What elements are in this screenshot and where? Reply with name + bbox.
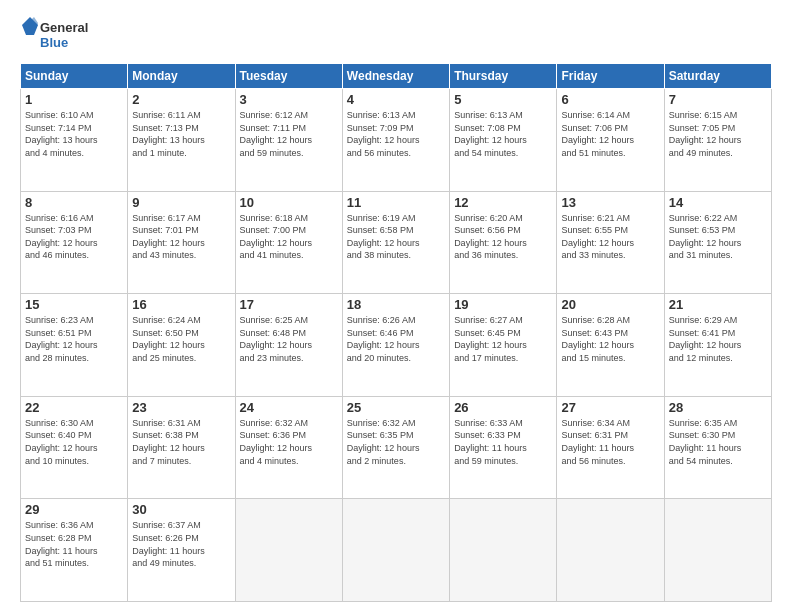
week-row-4: 22Sunrise: 6:30 AMSunset: 6:40 PMDayligh… (21, 396, 772, 499)
day-number: 22 (25, 400, 123, 415)
day-info: Sunrise: 6:18 AMSunset: 7:00 PMDaylight:… (240, 212, 338, 262)
calendar-cell: 6Sunrise: 6:14 AMSunset: 7:06 PMDaylight… (557, 89, 664, 192)
day-number: 3 (240, 92, 338, 107)
calendar-cell: 21Sunrise: 6:29 AMSunset: 6:41 PMDayligh… (664, 294, 771, 397)
day-info: Sunrise: 6:15 AMSunset: 7:05 PMDaylight:… (669, 109, 767, 159)
calendar-cell (557, 499, 664, 602)
day-number: 5 (454, 92, 552, 107)
day-info: Sunrise: 6:14 AMSunset: 7:06 PMDaylight:… (561, 109, 659, 159)
day-info: Sunrise: 6:11 AMSunset: 7:13 PMDaylight:… (132, 109, 230, 159)
day-number: 9 (132, 195, 230, 210)
header: General Blue (20, 15, 772, 55)
calendar-cell: 11Sunrise: 6:19 AMSunset: 6:58 PMDayligh… (342, 191, 449, 294)
calendar-cell: 30Sunrise: 6:37 AMSunset: 6:26 PMDayligh… (128, 499, 235, 602)
calendar-cell: 23Sunrise: 6:31 AMSunset: 6:38 PMDayligh… (128, 396, 235, 499)
day-info: Sunrise: 6:26 AMSunset: 6:46 PMDaylight:… (347, 314, 445, 364)
day-info: Sunrise: 6:19 AMSunset: 6:58 PMDaylight:… (347, 212, 445, 262)
day-number: 23 (132, 400, 230, 415)
day-number: 11 (347, 195, 445, 210)
calendar-cell: 14Sunrise: 6:22 AMSunset: 6:53 PMDayligh… (664, 191, 771, 294)
day-number: 10 (240, 195, 338, 210)
calendar-cell: 17Sunrise: 6:25 AMSunset: 6:48 PMDayligh… (235, 294, 342, 397)
calendar-cell: 25Sunrise: 6:32 AMSunset: 6:35 PMDayligh… (342, 396, 449, 499)
day-info: Sunrise: 6:23 AMSunset: 6:51 PMDaylight:… (25, 314, 123, 364)
svg-text:Blue: Blue (40, 35, 68, 50)
calendar-cell: 27Sunrise: 6:34 AMSunset: 6:31 PMDayligh… (557, 396, 664, 499)
day-info: Sunrise: 6:12 AMSunset: 7:11 PMDaylight:… (240, 109, 338, 159)
day-info: Sunrise: 6:25 AMSunset: 6:48 PMDaylight:… (240, 314, 338, 364)
day-info: Sunrise: 6:28 AMSunset: 6:43 PMDaylight:… (561, 314, 659, 364)
calendar-cell: 13Sunrise: 6:21 AMSunset: 6:55 PMDayligh… (557, 191, 664, 294)
day-number: 12 (454, 195, 552, 210)
day-number: 26 (454, 400, 552, 415)
calendar-cell: 7Sunrise: 6:15 AMSunset: 7:05 PMDaylight… (664, 89, 771, 192)
calendar-cell: 22Sunrise: 6:30 AMSunset: 6:40 PMDayligh… (21, 396, 128, 499)
calendar-cell: 1Sunrise: 6:10 AMSunset: 7:14 PMDaylight… (21, 89, 128, 192)
day-number: 17 (240, 297, 338, 312)
day-number: 2 (132, 92, 230, 107)
day-number: 28 (669, 400, 767, 415)
day-info: Sunrise: 6:10 AMSunset: 7:14 PMDaylight:… (25, 109, 123, 159)
week-row-1: 1Sunrise: 6:10 AMSunset: 7:14 PMDaylight… (21, 89, 772, 192)
day-info: Sunrise: 6:16 AMSunset: 7:03 PMDaylight:… (25, 212, 123, 262)
day-info: Sunrise: 6:20 AMSunset: 6:56 PMDaylight:… (454, 212, 552, 262)
day-info: Sunrise: 6:34 AMSunset: 6:31 PMDaylight:… (561, 417, 659, 467)
calendar-cell: 19Sunrise: 6:27 AMSunset: 6:45 PMDayligh… (450, 294, 557, 397)
weekday-header-friday: Friday (557, 64, 664, 89)
svg-text:General: General (40, 20, 88, 35)
calendar-cell: 15Sunrise: 6:23 AMSunset: 6:51 PMDayligh… (21, 294, 128, 397)
day-info: Sunrise: 6:13 AMSunset: 7:09 PMDaylight:… (347, 109, 445, 159)
day-number: 27 (561, 400, 659, 415)
day-info: Sunrise: 6:29 AMSunset: 6:41 PMDaylight:… (669, 314, 767, 364)
weekday-header-monday: Monday (128, 64, 235, 89)
day-number: 13 (561, 195, 659, 210)
calendar-table: SundayMondayTuesdayWednesdayThursdayFrid… (20, 63, 772, 602)
calendar-cell: 10Sunrise: 6:18 AMSunset: 7:00 PMDayligh… (235, 191, 342, 294)
week-row-2: 8Sunrise: 6:16 AMSunset: 7:03 PMDaylight… (21, 191, 772, 294)
calendar-cell: 26Sunrise: 6:33 AMSunset: 6:33 PMDayligh… (450, 396, 557, 499)
calendar-cell: 3Sunrise: 6:12 AMSunset: 7:11 PMDaylight… (235, 89, 342, 192)
calendar-cell: 9Sunrise: 6:17 AMSunset: 7:01 PMDaylight… (128, 191, 235, 294)
day-number: 19 (454, 297, 552, 312)
calendar-cell (450, 499, 557, 602)
day-number: 14 (669, 195, 767, 210)
week-row-5: 29Sunrise: 6:36 AMSunset: 6:28 PMDayligh… (21, 499, 772, 602)
week-row-3: 15Sunrise: 6:23 AMSunset: 6:51 PMDayligh… (21, 294, 772, 397)
day-number: 21 (669, 297, 767, 312)
calendar-cell (342, 499, 449, 602)
calendar-cell: 5Sunrise: 6:13 AMSunset: 7:08 PMDaylight… (450, 89, 557, 192)
calendar-cell: 29Sunrise: 6:36 AMSunset: 6:28 PMDayligh… (21, 499, 128, 602)
calendar-cell (664, 499, 771, 602)
day-number: 18 (347, 297, 445, 312)
day-info: Sunrise: 6:33 AMSunset: 6:33 PMDaylight:… (454, 417, 552, 467)
weekday-header-tuesday: Tuesday (235, 64, 342, 89)
calendar-cell: 16Sunrise: 6:24 AMSunset: 6:50 PMDayligh… (128, 294, 235, 397)
day-info: Sunrise: 6:24 AMSunset: 6:50 PMDaylight:… (132, 314, 230, 364)
calendar-cell: 18Sunrise: 6:26 AMSunset: 6:46 PMDayligh… (342, 294, 449, 397)
calendar-cell: 2Sunrise: 6:11 AMSunset: 7:13 PMDaylight… (128, 89, 235, 192)
day-info: Sunrise: 6:35 AMSunset: 6:30 PMDaylight:… (669, 417, 767, 467)
calendar-cell: 8Sunrise: 6:16 AMSunset: 7:03 PMDaylight… (21, 191, 128, 294)
day-number: 15 (25, 297, 123, 312)
calendar-cell: 20Sunrise: 6:28 AMSunset: 6:43 PMDayligh… (557, 294, 664, 397)
day-info: Sunrise: 6:27 AMSunset: 6:45 PMDaylight:… (454, 314, 552, 364)
day-info: Sunrise: 6:30 AMSunset: 6:40 PMDaylight:… (25, 417, 123, 467)
calendar-cell: 24Sunrise: 6:32 AMSunset: 6:36 PMDayligh… (235, 396, 342, 499)
weekday-header-wednesday: Wednesday (342, 64, 449, 89)
logo: General Blue (20, 15, 100, 55)
day-info: Sunrise: 6:32 AMSunset: 6:36 PMDaylight:… (240, 417, 338, 467)
day-number: 8 (25, 195, 123, 210)
day-number: 29 (25, 502, 123, 517)
day-number: 24 (240, 400, 338, 415)
day-number: 6 (561, 92, 659, 107)
day-number: 1 (25, 92, 123, 107)
calendar-cell: 28Sunrise: 6:35 AMSunset: 6:30 PMDayligh… (664, 396, 771, 499)
day-info: Sunrise: 6:21 AMSunset: 6:55 PMDaylight:… (561, 212, 659, 262)
day-number: 4 (347, 92, 445, 107)
day-number: 16 (132, 297, 230, 312)
day-info: Sunrise: 6:31 AMSunset: 6:38 PMDaylight:… (132, 417, 230, 467)
day-info: Sunrise: 6:22 AMSunset: 6:53 PMDaylight:… (669, 212, 767, 262)
day-number: 7 (669, 92, 767, 107)
day-number: 25 (347, 400, 445, 415)
weekday-header-sunday: Sunday (21, 64, 128, 89)
